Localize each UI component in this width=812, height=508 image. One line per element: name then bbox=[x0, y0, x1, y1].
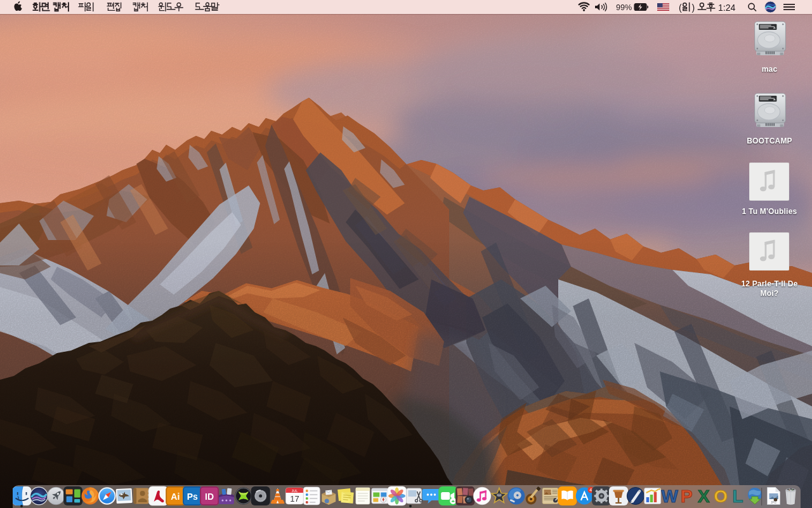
svg-text:99%: 99% bbox=[616, 3, 632, 12]
svg-text:(: ( bbox=[679, 3, 682, 13]
svg-text:): ) bbox=[692, 3, 695, 13]
svg-text:1:24: 1:24 bbox=[718, 3, 735, 13]
